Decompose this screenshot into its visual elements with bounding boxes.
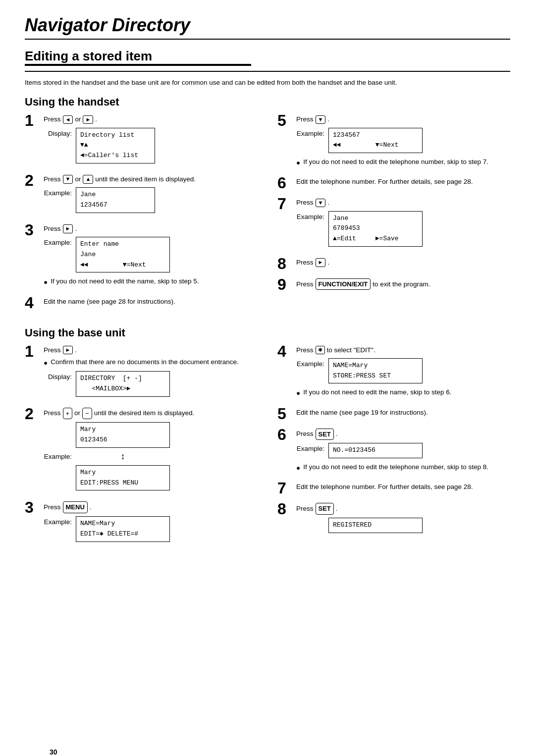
- handset-step-1: 1 Press ◄ or ► . Display: Directory list…: [25, 114, 258, 167]
- right-arrow-base1[interactable]: ►: [63, 346, 73, 354]
- right-arrow-btn8[interactable]: ►: [316, 258, 326, 267]
- page-title: Navigator Directory: [25, 15, 510, 40]
- base-step-5: 5 Edit the name (see page 19 for instruc…: [277, 408, 510, 422]
- base-step1-bullet: ● Confirm that there are no documents in…: [44, 357, 258, 368]
- down-arrow-btn2[interactable]: ▼: [63, 175, 73, 183]
- base-step-8: 8 Press SET . REGISTERED: [277, 503, 510, 537]
- base-step-3: 3 Press MENU . Example: NAME=Mary EDIT=✱…: [25, 501, 258, 545]
- handset-step-3: 3 Press ► . Example: Enter name Jane ◄◄ …: [25, 224, 258, 290]
- function-exit-btn[interactable]: FUNCTION/EXIT: [316, 278, 371, 290]
- right-arrow-btn3[interactable]: ►: [63, 224, 73, 233]
- plus-btn[interactable]: +: [63, 408, 73, 420]
- down-arrow-btn7[interactable]: ▼: [316, 199, 326, 207]
- handset-step2-display: Jane 1234567: [76, 187, 155, 213]
- base-step1-display: DIRECTORY [+ -] <MAILBOX>►: [76, 371, 170, 397]
- section-heading-editing: Editing a stored item: [25, 49, 251, 66]
- handset-step-2: 2 Press ▼ or ▲ until the desired item is…: [25, 174, 258, 217]
- down-arrow-btn5[interactable]: ▼: [316, 115, 326, 124]
- handset-step-6: 6 Edit the telephone number. For further…: [277, 177, 510, 191]
- subsection-heading-handset: Using the handset: [25, 96, 510, 108]
- base-step4-bullet: ● If you do not need to edit the name, s…: [296, 387, 510, 398]
- subsection-heading-base: Using the base unit: [25, 326, 510, 339]
- base-step-6: 6 Press SET . Example: NO.=0123456 ●: [277, 429, 510, 476]
- base-step8-display: REGISTERED: [328, 518, 423, 533]
- handset-step5-display: 1234567 ◄◄ ▼=Next: [328, 128, 423, 154]
- handset-step1-display: Directory list ▼▲ ◄=Caller's list: [76, 128, 155, 163]
- base-step-1: 1 Press ► . ● Confirm that there are no …: [25, 345, 258, 401]
- base-step4-display: NAME=Mary STORE:PRESS SET: [328, 358, 423, 384]
- handset-step5-press: Press: [296, 114, 314, 124]
- handset-step7-display: Jane 6789453 ▲=Edit ►=Save: [328, 211, 423, 247]
- base-step6-bullet: ● If you do not need to edit the telepho…: [296, 462, 510, 473]
- star-btn4[interactable]: ✱: [316, 346, 325, 354]
- base-step2-display2: Mary EDIT:PRESS MENU: [76, 465, 170, 491]
- handset-step5-bullet: ● If you do not need to edit the telepho…: [296, 157, 510, 168]
- right-arrow-btn[interactable]: ►: [83, 115, 93, 124]
- base-step-7: 7 Edit the telephone number. For further…: [277, 482, 510, 496]
- handset-step-5: 5 Press ▼ . Example: 1234567 ◄◄ ▼=Next: [277, 114, 510, 170]
- intro-text: Items stored in the handset and the base…: [25, 78, 510, 88]
- base-step2-display1: Mary 0123456: [76, 422, 170, 448]
- base-step3-display: NAME=Mary EDIT=✱ DELETE=#: [76, 516, 170, 542]
- up-arrow-btn2[interactable]: ▲: [83, 175, 93, 183]
- handset-step-9: 9 Press FUNCTION/EXIT to exit the progra…: [277, 278, 510, 292]
- page-number: 30: [50, 748, 57, 756]
- set-btn6[interactable]: SET: [316, 429, 334, 440]
- base-step-4: 4 Press ✱ to select "EDIT". Example: NAM…: [277, 345, 510, 401]
- set-btn8[interactable]: SET: [316, 503, 334, 515]
- handset-step-8: 8 Press ► .: [277, 258, 510, 271]
- menu-btn[interactable]: MENU: [63, 501, 88, 513]
- handset-step-4: 4 Edit the name (see page 28 for instruc…: [25, 297, 258, 311]
- base-step-2: 2 Press + or − until the desired item is…: [25, 408, 258, 495]
- left-arrow-btn[interactable]: ◄: [63, 115, 73, 124]
- handset-step3-bullet: ● If you do not need to edit the name, s…: [44, 276, 258, 287]
- base-step6-display: NO.=0123456: [328, 443, 423, 458]
- handset-step3-display: Enter name Jane ◄◄ ▼=Next: [76, 237, 170, 272]
- handset-step-7: 7 Press ▼ . Example: Jane 6789453 ▲=Edit…: [277, 198, 510, 251]
- minus-btn[interactable]: −: [82, 408, 92, 420]
